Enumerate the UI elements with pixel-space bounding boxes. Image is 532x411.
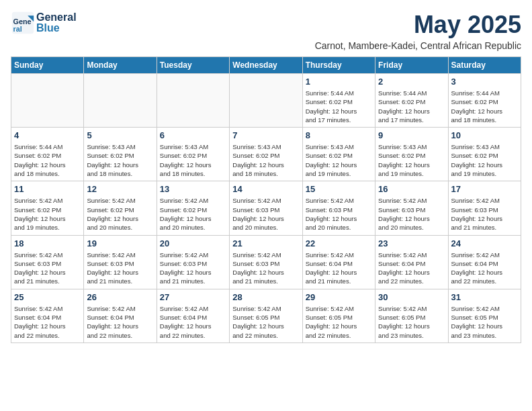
day-number: 13 bbox=[160, 184, 226, 194]
day-number: 28 bbox=[232, 292, 299, 302]
logo-icon: Gene ral bbox=[11, 11, 35, 35]
day-info: Sunrise: 5:42 AM Sunset: 6:03 PM Dayligh… bbox=[378, 196, 445, 232]
calendar-week-row: 11Sunrise: 5:42 AM Sunset: 6:02 PM Dayli… bbox=[11, 181, 521, 235]
day-number: 2 bbox=[378, 77, 445, 87]
calendar-cell: 14Sunrise: 5:42 AM Sunset: 6:03 PM Dayli… bbox=[230, 181, 302, 235]
header-friday: Friday bbox=[375, 57, 448, 74]
logo-general: General bbox=[36, 12, 77, 23]
calendar-week-row: 18Sunrise: 5:42 AM Sunset: 6:03 PM Dayli… bbox=[11, 235, 521, 289]
day-info: Sunrise: 5:42 AM Sunset: 6:03 PM Dayligh… bbox=[232, 196, 299, 232]
calendar-cell: 29Sunrise: 5:42 AM Sunset: 6:05 PM Dayli… bbox=[302, 289, 375, 342]
day-info: Sunrise: 5:42 AM Sunset: 6:04 PM Dayligh… bbox=[87, 304, 153, 340]
calendar-cell: 25Sunrise: 5:42 AM Sunset: 6:04 PM Dayli… bbox=[11, 289, 84, 342]
calendar-cell: 8Sunrise: 5:43 AM Sunset: 6:02 PM Daylig… bbox=[302, 128, 375, 181]
calendar-cell: 18Sunrise: 5:42 AM Sunset: 6:03 PM Dayli… bbox=[11, 235, 84, 289]
calendar-cell: 24Sunrise: 5:42 AM Sunset: 6:04 PM Dayli… bbox=[448, 235, 521, 289]
day-number: 16 bbox=[378, 184, 445, 194]
day-number: 30 bbox=[378, 292, 445, 302]
day-info: Sunrise: 5:43 AM Sunset: 6:02 PM Dayligh… bbox=[451, 142, 518, 178]
calendar-cell: 11Sunrise: 5:42 AM Sunset: 6:02 PM Dayli… bbox=[11, 181, 84, 235]
calendar-cell: 5Sunrise: 5:43 AM Sunset: 6:02 PM Daylig… bbox=[84, 128, 157, 181]
calendar-cell: 21Sunrise: 5:42 AM Sunset: 6:03 PM Dayli… bbox=[230, 235, 302, 289]
day-number: 26 bbox=[87, 292, 153, 302]
day-info: Sunrise: 5:44 AM Sunset: 6:02 PM Dayligh… bbox=[14, 142, 81, 178]
day-info: Sunrise: 5:43 AM Sunset: 6:02 PM Dayligh… bbox=[160, 142, 226, 178]
calendar-cell bbox=[230, 74, 302, 128]
header-wednesday: Wednesday bbox=[230, 57, 302, 74]
day-info: Sunrise: 5:42 AM Sunset: 6:04 PM Dayligh… bbox=[306, 250, 372, 286]
title-area: May 2025 Carnot, Mambere-Kadei, Central … bbox=[315, 11, 521, 51]
calendar-cell: 10Sunrise: 5:43 AM Sunset: 6:02 PM Dayli… bbox=[448, 128, 521, 181]
day-number: 17 bbox=[451, 184, 518, 194]
day-number: 29 bbox=[306, 292, 372, 302]
calendar-week-row: 1Sunrise: 5:44 AM Sunset: 6:02 PM Daylig… bbox=[11, 74, 521, 128]
day-info: Sunrise: 5:43 AM Sunset: 6:02 PM Dayligh… bbox=[378, 142, 445, 178]
day-info: Sunrise: 5:42 AM Sunset: 6:04 PM Dayligh… bbox=[378, 250, 445, 286]
calendar-cell: 16Sunrise: 5:42 AM Sunset: 6:03 PM Dayli… bbox=[375, 181, 448, 235]
calendar-cell: 13Sunrise: 5:42 AM Sunset: 6:02 PM Dayli… bbox=[157, 181, 229, 235]
day-info: Sunrise: 5:42 AM Sunset: 6:04 PM Dayligh… bbox=[451, 250, 518, 286]
day-number: 4 bbox=[14, 130, 81, 140]
day-number: 23 bbox=[378, 238, 445, 248]
header: Gene ral General Blue May 2025 Carnot, M… bbox=[11, 11, 521, 51]
calendar-cell: 4Sunrise: 5:44 AM Sunset: 6:02 PM Daylig… bbox=[11, 128, 84, 181]
location-title: Carnot, Mambere-Kadei, Central African R… bbox=[315, 40, 521, 51]
calendar-cell bbox=[11, 74, 84, 128]
calendar-cell: 2Sunrise: 5:44 AM Sunset: 6:02 PM Daylig… bbox=[375, 74, 448, 128]
day-info: Sunrise: 5:42 AM Sunset: 6:05 PM Dayligh… bbox=[378, 304, 445, 340]
day-info: Sunrise: 5:42 AM Sunset: 6:03 PM Dayligh… bbox=[451, 196, 518, 232]
day-number: 8 bbox=[306, 130, 372, 140]
calendar-cell: 22Sunrise: 5:42 AM Sunset: 6:04 PM Dayli… bbox=[302, 235, 375, 289]
day-number: 6 bbox=[160, 130, 226, 140]
day-number: 25 bbox=[14, 292, 81, 302]
day-number: 11 bbox=[14, 184, 81, 194]
calendar-cell: 1Sunrise: 5:44 AM Sunset: 6:02 PM Daylig… bbox=[302, 74, 375, 128]
day-info: Sunrise: 5:44 AM Sunset: 6:02 PM Dayligh… bbox=[378, 89, 445, 124]
calendar-cell: 23Sunrise: 5:42 AM Sunset: 6:04 PM Dayli… bbox=[375, 235, 448, 289]
day-number: 7 bbox=[232, 130, 299, 140]
day-number: 22 bbox=[306, 238, 372, 248]
day-number: 15 bbox=[306, 184, 372, 194]
day-info: Sunrise: 5:42 AM Sunset: 6:04 PM Dayligh… bbox=[160, 304, 226, 340]
day-info: Sunrise: 5:42 AM Sunset: 6:05 PM Dayligh… bbox=[451, 304, 518, 340]
calendar-cell: 7Sunrise: 5:43 AM Sunset: 6:02 PM Daylig… bbox=[230, 128, 302, 181]
header-saturday: Saturday bbox=[448, 57, 521, 74]
day-info: Sunrise: 5:42 AM Sunset: 6:05 PM Dayligh… bbox=[306, 304, 372, 340]
day-info: Sunrise: 5:42 AM Sunset: 6:03 PM Dayligh… bbox=[232, 250, 299, 286]
calendar-header-row: Sunday Monday Tuesday Wednesday Thursday… bbox=[11, 57, 521, 74]
day-info: Sunrise: 5:42 AM Sunset: 6:03 PM Dayligh… bbox=[87, 250, 153, 286]
calendar-cell: 6Sunrise: 5:43 AM Sunset: 6:02 PM Daylig… bbox=[157, 128, 229, 181]
day-info: Sunrise: 5:42 AM Sunset: 6:02 PM Dayligh… bbox=[14, 196, 81, 232]
day-info: Sunrise: 5:42 AM Sunset: 6:04 PM Dayligh… bbox=[14, 304, 81, 340]
calendar-cell: 27Sunrise: 5:42 AM Sunset: 6:04 PM Dayli… bbox=[157, 289, 229, 342]
logo-text: General Blue bbox=[36, 12, 77, 34]
day-info: Sunrise: 5:43 AM Sunset: 6:02 PM Dayligh… bbox=[232, 142, 299, 178]
day-info: Sunrise: 5:42 AM Sunset: 6:02 PM Dayligh… bbox=[87, 196, 153, 232]
header-tuesday: Tuesday bbox=[157, 57, 229, 74]
day-number: 27 bbox=[160, 292, 226, 302]
day-number: 9 bbox=[378, 130, 445, 140]
day-info: Sunrise: 5:43 AM Sunset: 6:02 PM Dayligh… bbox=[306, 142, 372, 178]
day-info: Sunrise: 5:42 AM Sunset: 6:03 PM Dayligh… bbox=[306, 196, 372, 232]
calendar-cell: 31Sunrise: 5:42 AM Sunset: 6:05 PM Dayli… bbox=[448, 289, 521, 342]
calendar-cell bbox=[84, 74, 157, 128]
header-monday: Monday bbox=[84, 57, 157, 74]
day-info: Sunrise: 5:44 AM Sunset: 6:02 PM Dayligh… bbox=[306, 89, 372, 124]
calendar-cell: 17Sunrise: 5:42 AM Sunset: 6:03 PM Dayli… bbox=[448, 181, 521, 235]
calendar-cell: 3Sunrise: 5:44 AM Sunset: 6:02 PM Daylig… bbox=[448, 74, 521, 128]
calendar-cell: 19Sunrise: 5:42 AM Sunset: 6:03 PM Dayli… bbox=[84, 235, 157, 289]
day-number: 18 bbox=[14, 238, 81, 248]
calendar-cell: 12Sunrise: 5:42 AM Sunset: 6:02 PM Dayli… bbox=[84, 181, 157, 235]
calendar-cell: 15Sunrise: 5:42 AM Sunset: 6:03 PM Dayli… bbox=[302, 181, 375, 235]
calendar-cell: 20Sunrise: 5:42 AM Sunset: 6:03 PM Dayli… bbox=[157, 235, 229, 289]
day-number: 24 bbox=[451, 238, 518, 248]
day-number: 3 bbox=[451, 77, 518, 87]
day-number: 14 bbox=[232, 184, 299, 194]
day-number: 12 bbox=[87, 184, 153, 194]
day-number: 19 bbox=[87, 238, 153, 248]
day-info: Sunrise: 5:42 AM Sunset: 6:02 PM Dayligh… bbox=[160, 196, 226, 232]
logo-blue: Blue bbox=[36, 23, 77, 34]
day-number: 31 bbox=[451, 292, 518, 302]
month-title: May 2025 bbox=[315, 11, 521, 39]
calendar-cell: 28Sunrise: 5:42 AM Sunset: 6:05 PM Dayli… bbox=[230, 289, 302, 342]
